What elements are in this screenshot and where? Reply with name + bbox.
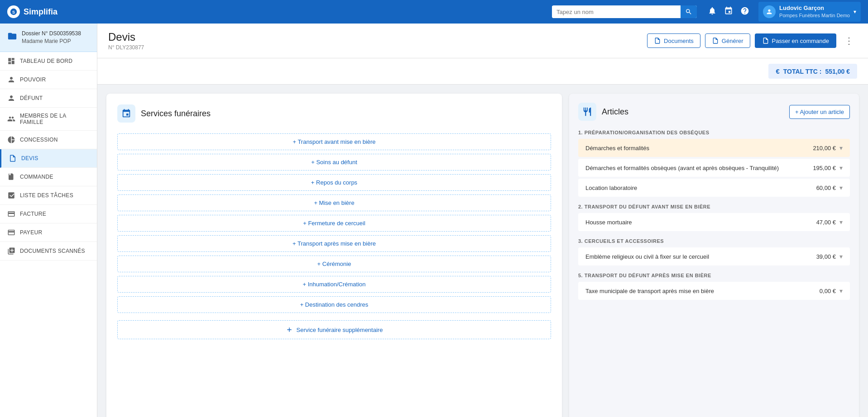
article-name: Démarches et formalités: [585, 145, 813, 152]
article-price: 60,00 €: [816, 185, 836, 191]
sidebar-item-facture[interactable]: FACTURE: [0, 205, 97, 223]
sidebar-item-tableau-de-bord[interactable]: TABLEAU DE BORD: [0, 52, 97, 71]
cemetery-icon: [7, 136, 15, 144]
sidebar-item-liste-taches[interactable]: LISTE DES TÂCHES: [0, 186, 97, 205]
article-price: 0,00 €: [820, 288, 836, 294]
calendar-icon[interactable]: [724, 6, 733, 18]
logo-icon: S: [7, 5, 20, 18]
search-button[interactable]: [681, 5, 697, 18]
dossier-icon: [7, 31, 17, 44]
dossier-details: Dossier N° DS00359538 Madame Marie POP: [22, 30, 81, 45]
chevron-down-icon[interactable]: ▾: [839, 218, 843, 226]
user-menu[interactable]: Ludovic Garçon Pompes Funèbres Martin De…: [758, 2, 861, 21]
person-icon: [7, 76, 15, 84]
sidebar-nav: TABLEAU DE BORD POUVOIR DÉFUNT MEMBRES D…: [0, 52, 97, 261]
page-header: Devis N° DLY230877 Documents Générer Pas…: [97, 24, 868, 58]
sidebar-item-commande[interactable]: COMMANDE: [0, 168, 97, 186]
services-panel-title: Services funéraires: [141, 109, 211, 118]
help-icon[interactable]: [740, 6, 749, 18]
sidebar-label-liste-taches: LISTE DES TÂCHES: [20, 192, 73, 199]
dashboard-icon: [7, 57, 15, 65]
sidebar-item-membres[interactable]: MEMBRES DE LA FAMILLE: [0, 108, 97, 131]
avatar: [763, 5, 776, 18]
chevron-down-icon[interactable]: ▾: [839, 164, 843, 171]
sidebar-item-payeur[interactable]: PAYEUR: [0, 223, 97, 242]
sidebar-item-defunt[interactable]: DÉFUNT: [0, 89, 97, 108]
more-options-button[interactable]: ⋮: [841, 33, 857, 48]
sidebar-label-commande: COMMANDE: [20, 174, 53, 180]
sidebar-item-documents[interactable]: DOCUMENTS SCANNÉS: [0, 242, 97, 261]
dossier-number: Dossier N° DS00359538: [22, 30, 81, 38]
sidebar-label-pouvoir: POUVOIR: [20, 76, 46, 83]
page-actions: Documents Générer Passer en commande ⋮: [647, 33, 857, 48]
commander-label: Passer en commande: [772, 38, 829, 44]
article-name: Taxe municipale de transport après mise …: [585, 288, 820, 294]
service-item[interactable]: + Fermeture de cercueil: [117, 215, 551, 232]
article-item[interactable]: Location laboratoire 60,00 € ▾: [578, 179, 850, 197]
total-value: 551,00 €: [825, 68, 850, 75]
chevron-down-icon[interactable]: ▾: [839, 184, 843, 191]
app-logo[interactable]: S Simplifia: [7, 5, 80, 18]
sidebar-label-concession: CONCESSION: [20, 137, 58, 143]
service-item[interactable]: + Inhumation/Crémation: [117, 276, 551, 293]
chevron-down-icon[interactable]: ▾: [839, 144, 843, 152]
service-item[interactable]: + Transport avant mise en bière: [117, 133, 551, 150]
services-panel-header: Services funéraires: [117, 104, 551, 123]
group-icon: [7, 115, 15, 123]
services-panel: Services funéraires + Transport avant mi…: [106, 94, 562, 417]
services-list: + Transport avant mise en bière+ Soins a…: [117, 133, 551, 313]
scan-icon: [7, 247, 15, 255]
dossier-info[interactable]: Dossier N° DS00359538 Madame Marie POP: [0, 24, 97, 52]
search-bar[interactable]: [552, 5, 697, 18]
service-item[interactable]: + Soins au défunt: [117, 154, 551, 171]
chevron-down-icon[interactable]: ▾: [839, 287, 843, 294]
search-input[interactable]: [552, 6, 681, 18]
sidebar-label-membres: MEMBRES DE LA FAMILLE: [20, 113, 90, 125]
service-item[interactable]: + Mise en bière: [117, 194, 551, 211]
articles-content: 1. PRÉPARATION/ORGANISATION DES OBSÉQUES…: [578, 130, 850, 300]
article-item[interactable]: Taxe municipale de transport après mise …: [578, 282, 850, 300]
sidebar-label-payeur: PAYEUR: [20, 229, 42, 236]
sidebar-item-devis[interactable]: DEVIS: [0, 149, 97, 168]
documents-label: Documents: [664, 38, 694, 44]
user-info: Ludovic Garçon Pompes Funèbres Martin De…: [779, 5, 850, 19]
devis-icon: [9, 154, 17, 162]
article-item[interactable]: Emblème religieux ou civil à fixer sur l…: [578, 247, 850, 265]
sidebar-label-defunt: DÉFUNT: [20, 95, 43, 101]
commander-button[interactable]: Passer en commande: [755, 33, 836, 48]
credit-card-icon: [7, 228, 15, 237]
sidebar-item-pouvoir[interactable]: POUVOIR: [0, 71, 97, 89]
service-item[interactable]: + Transport après mise en bière: [117, 235, 551, 252]
main-content: Devis N° DLY230877 Documents Générer Pas…: [97, 24, 868, 417]
bell-icon[interactable]: [708, 6, 717, 18]
add-service-label: Service funéraire supplémentaire: [297, 327, 383, 333]
services-icon: [117, 104, 135, 123]
service-item[interactable]: + Repos du corps: [117, 174, 551, 191]
article-name: Emblème religieux ou civil à fixer sur l…: [585, 253, 816, 260]
sidebar-item-concession[interactable]: CONCESSION: [0, 131, 97, 149]
sidebar: Dossier N° DS00359538 Madame Marie POP T…: [0, 24, 97, 417]
article-item[interactable]: Housse mortuaire 47,00 € ▾: [578, 213, 850, 231]
add-article-button[interactable]: + Ajouter un article: [789, 105, 850, 119]
article-item[interactable]: Démarches et formalités obsèques (avant …: [578, 159, 850, 177]
documents-button[interactable]: Documents: [647, 33, 700, 48]
top-navigation: S Simplifia Ludovic Garçon Pompes Funèbr…: [0, 0, 868, 24]
article-price: 195,00 €: [813, 165, 836, 171]
user-name: Ludovic Garçon: [779, 5, 850, 12]
chevron-down-icon[interactable]: ▾: [839, 253, 843, 260]
total-label: TOTAL TTC :: [783, 68, 822, 75]
articles-panel: Articles + Ajouter un article 1. PRÉPARA…: [569, 94, 859, 417]
page-title-area: Devis N° DLY230877: [108, 31, 640, 51]
sidebar-label-tableau-de-bord: TABLEAU DE BORD: [20, 58, 72, 64]
dossier-client-name: Madame Marie POP: [22, 38, 81, 45]
total-bar: € TOTAL TTC : 551,00 €: [97, 58, 868, 85]
add-article-label: + Ajouter un article: [795, 109, 844, 115]
invoice-icon: [7, 210, 15, 218]
service-item[interactable]: + Destination des cendres: [117, 296, 551, 313]
add-service-button[interactable]: Service funéraire supplémentaire: [117, 320, 551, 339]
app-name: Simplifia: [24, 7, 58, 17]
generer-button[interactable]: Générer: [705, 33, 750, 48]
service-item[interactable]: + Cérémonie: [117, 256, 551, 272]
articles-panel-header: Articles + Ajouter un article: [578, 103, 850, 121]
article-item[interactable]: Démarches et formalités 210,00 € ▾: [578, 139, 850, 157]
